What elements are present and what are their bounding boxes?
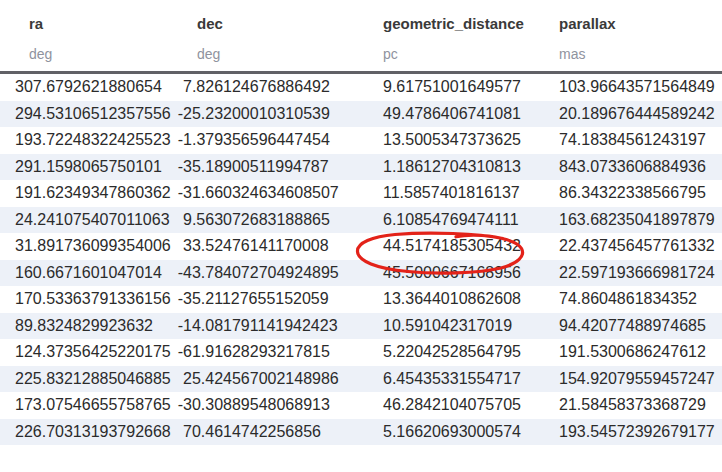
cell-geometric_distance: 6.10854769474111	[354, 207, 530, 234]
cell-dec: -31.660324634608507	[168, 180, 354, 207]
cell-ra: 89.8324829923632	[0, 313, 168, 340]
unit-dec: deg	[168, 34, 354, 73]
cell-dec: 9.563072683188865	[168, 207, 354, 234]
table-row[interactable]: 173.07546655758765-30.3088954806891346.2…	[0, 392, 722, 419]
cell-parallax: 193.54572392679177	[530, 419, 722, 446]
results-table: ra dec geometric_distance parallax deg d…	[0, 0, 722, 445]
cell-ra: 31.891736099354006	[0, 233, 168, 260]
cell-geometric_distance: 13.3644010862608	[354, 286, 530, 313]
cell-ra: 170.53363791336156	[0, 286, 168, 313]
column-names-row: ra dec geometric_distance parallax	[0, 0, 722, 34]
table-row[interactable]: 191.62349347860362-31.66032463460850711.…	[0, 180, 722, 207]
cell-dec: -14.081791141942423	[168, 313, 354, 340]
table-row[interactable]: 89.8324829923632-14.08179114194242310.59…	[0, 313, 722, 340]
cell-ra: 124.37356425220175	[0, 339, 168, 366]
unit-parallax: mas	[530, 34, 722, 73]
table-row[interactable]: 124.37356425220175-61.916282932178155.22…	[0, 339, 722, 366]
cell-geometric_distance: 5.22042528564795	[354, 339, 530, 366]
table-header: ra dec geometric_distance parallax deg d…	[0, 0, 722, 73]
cell-parallax: 74.8604861834352	[530, 286, 722, 313]
unit-ra: deg	[0, 34, 168, 73]
cell-ra: 291.1598065750101	[0, 154, 168, 181]
cell-geometric_distance: 49.4786406741081	[354, 101, 530, 128]
table-row[interactable]: 307.67926218806547.8261246768864929.6175…	[0, 73, 722, 101]
cell-dec: -1.379356596447454	[168, 127, 354, 154]
cell-parallax: 21.58458373368729	[530, 392, 722, 419]
cell-parallax: 74.18384561243197	[530, 127, 722, 154]
cell-parallax: 22.437456457761332	[530, 233, 722, 260]
table-row[interactable]: 24.2410754070110639.5630726831888656.108…	[0, 207, 722, 234]
cell-geometric_distance: 6.45435331554717	[354, 366, 530, 393]
cell-ra: 225.83212885046885	[0, 366, 168, 393]
cell-dec: 25.424567002148986	[168, 366, 354, 393]
cell-ra: 160.6671601047014	[0, 260, 168, 287]
cell-parallax: 154.92079559457247	[530, 366, 722, 393]
table-row[interactable]: 31.89173609935400633.5247614117000844.51…	[0, 233, 722, 260]
cell-ra: 226.70313193792668	[0, 419, 168, 446]
table-row[interactable]: 225.8321288504688525.4245670021489866.45…	[0, 366, 722, 393]
cell-dec: -35.21127655152059	[168, 286, 354, 313]
cell-ra: 193.72248322425523	[0, 127, 168, 154]
cell-geometric_distance: 45.5000667168956	[354, 260, 530, 287]
table-row[interactable]: 160.6671601047014-43.78407270492489545.5…	[0, 260, 722, 287]
cell-ra: 307.6792621880654	[0, 73, 168, 101]
cell-dec: -25.23200010310539	[168, 101, 354, 128]
cell-parallax: 94.42077488974685	[530, 313, 722, 340]
cell-geometric_distance: 9.61751001649577	[354, 73, 530, 101]
cell-ra: 24.241075407011063	[0, 207, 168, 234]
cell-dec: -43.784072704924895	[168, 260, 354, 287]
cell-dec: 33.52476141170008	[168, 233, 354, 260]
unit-geometric-distance: pc	[354, 34, 530, 73]
cell-dec: -35.18900511994787	[168, 154, 354, 181]
column-header-ra[interactable]: ra	[0, 0, 168, 34]
cell-dec: 7.826124676886492	[168, 73, 354, 101]
table-row[interactable]: 291.1598065750101-35.189005119947871.186…	[0, 154, 722, 181]
table-body: 307.67926218806547.8261246768864929.6175…	[0, 73, 722, 446]
cell-parallax: 86.34322338566795	[530, 180, 722, 207]
cell-geometric_distance: 10.591042317019	[354, 313, 530, 340]
cell-parallax: 843.0733606884936	[530, 154, 722, 181]
cell-geometric_distance: 5.16620693000574	[354, 419, 530, 446]
cell-parallax: 163.68235041897879	[530, 207, 722, 234]
cell-dec: 70.4614742256856	[168, 419, 354, 446]
cell-geometric_distance: 13.5005347373625	[354, 127, 530, 154]
cell-parallax: 20.189676444589242	[530, 101, 722, 128]
cell-geometric_distance: 11.5857401816137	[354, 180, 530, 207]
column-header-dec[interactable]: dec	[168, 0, 354, 34]
cell-ra: 294.53106512357556	[0, 101, 168, 128]
table-row[interactable]: 193.72248322425523-1.37935659644745413.5…	[0, 127, 722, 154]
column-units-row: deg deg pc mas	[0, 34, 722, 73]
table-row[interactable]: 294.53106512357556-25.2320001031053949.4…	[0, 101, 722, 128]
cell-parallax: 103.96643571564849	[530, 73, 722, 101]
table-row[interactable]: 226.7031319379266870.46147422568565.1662…	[0, 419, 722, 446]
cell-geometric_distance: 1.18612704310813	[354, 154, 530, 181]
cell-parallax: 191.5300686247612	[530, 339, 722, 366]
cell-geometric_distance: 44.5174185305432	[354, 233, 530, 260]
table-row[interactable]: 170.53363791336156-35.2112765515205913.3…	[0, 286, 722, 313]
cell-ra: 191.62349347860362	[0, 180, 168, 207]
cell-dec: -61.91628293217815	[168, 339, 354, 366]
column-header-geometric-distance[interactable]: geometric_distance	[354, 0, 530, 34]
cell-geometric_distance: 46.2842104075705	[354, 392, 530, 419]
cell-parallax: 22.597193666981724	[530, 260, 722, 287]
cell-dec: -30.30889548068913	[168, 392, 354, 419]
cell-ra: 173.07546655758765	[0, 392, 168, 419]
query-results-page: ra dec geometric_distance parallax deg d…	[0, 0, 722, 472]
column-header-parallax[interactable]: parallax	[530, 0, 722, 34]
